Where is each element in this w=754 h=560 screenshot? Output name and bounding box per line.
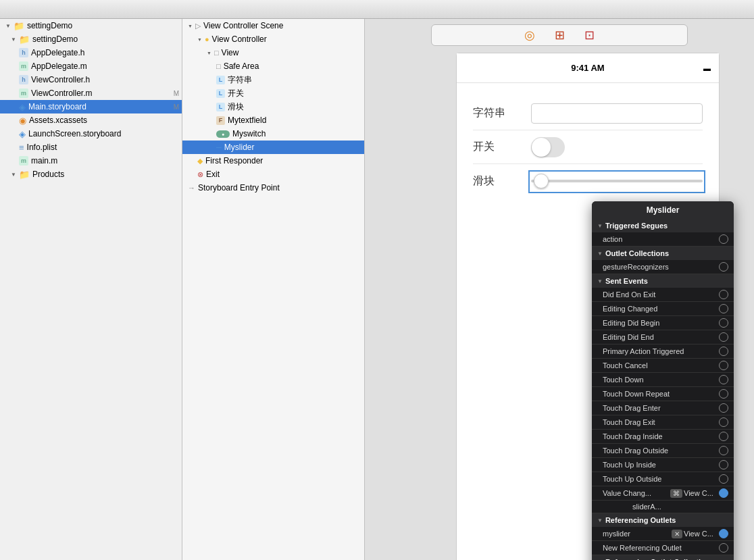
canvas-area: ◎ ⊞ ⊡ → 9:41 AM ▬ 字符串 开关 bbox=[365, 19, 754, 560]
icon-myswitch: ● bbox=[216, 130, 230, 138]
row-gesture[interactable]: gestureRecognizers bbox=[592, 260, 734, 274]
sidebar-item-main-m[interactable]: mmain.m bbox=[0, 154, 182, 168]
sidebar-item-products[interactable]: ▼📁Products bbox=[0, 168, 182, 181]
sidebar-item-info-plist[interactable]: ≡Info.plist bbox=[0, 141, 182, 154]
row-new-ref-outlet[interactable]: New Referencing Outlet bbox=[592, 541, 734, 555]
row-slider-a[interactable]: sliderA... bbox=[592, 501, 734, 513]
row-touch-up-outside[interactable]: Touch Up Outside bbox=[592, 472, 734, 486]
row-editing-changed[interactable]: Editing Changed bbox=[592, 302, 734, 316]
row-gesture-label: gestureRecognizers bbox=[603, 263, 716, 271]
lbl-touch-drag-exit: Touch Drag Exit bbox=[603, 418, 716, 426]
file-icon-launchscreen: ◈ bbox=[19, 129, 26, 139]
lbl-touch-down-repeat: Touch Down Repeat bbox=[603, 390, 716, 398]
lbl-touch-drag-inside: Touch Drag Inside bbox=[603, 432, 716, 440]
sidebar-item-root-project[interactable]: ▼📁settingDemo bbox=[0, 19, 182, 32]
scene-item-vc[interactable]: ▼●View Controller bbox=[182, 32, 364, 46]
sidebar-label-viewcontroller-h: ViewController.h bbox=[31, 75, 90, 84]
row-did-end-on-exit[interactable]: Did End On Exit bbox=[592, 288, 734, 302]
section-referencing-outlets: ▼ Referencing Outlets bbox=[592, 513, 734, 527]
file-icon-group-settingdemo: 📁 bbox=[19, 34, 30, 45]
sidebar-label-info-plist: Info.plist bbox=[27, 143, 57, 152]
scene-item-storyboard-entry[interactable]: →Storyboard Entry Point bbox=[182, 181, 364, 195]
row-editing-did-end[interactable]: Editing Did End bbox=[592, 330, 734, 345]
sidebar-item-viewcontroller-h[interactable]: hViewController.h bbox=[0, 73, 182, 86]
row-touch-drag-enter[interactable]: Touch Drag Enter bbox=[592, 401, 734, 415]
row-touch-drag-inside[interactable]: Touch Drag Inside bbox=[592, 430, 734, 444]
row-touch-drag-exit[interactable]: Touch Drag Exit bbox=[592, 415, 734, 430]
section-sent-events: ▼ Sent Events bbox=[592, 274, 734, 288]
scene-item-label-zifu[interactable]: L字符串 bbox=[182, 73, 364, 86]
icon-exit: ⊗ bbox=[197, 170, 203, 179]
sidebar-item-appdelegate-m[interactable]: mAppDelegate.m bbox=[0, 59, 182, 73]
canvas-toolbar-btn2[interactable]: ⊞ bbox=[550, 28, 569, 43]
zifu-textfield[interactable] bbox=[531, 103, 703, 124]
huakuai-slider[interactable] bbox=[531, 180, 703, 182]
circle-drag-outside bbox=[719, 446, 728, 455]
circle-drag-exit bbox=[719, 417, 728, 427]
section-label-1: Triggered Segues bbox=[605, 222, 668, 230]
sidebar-label-main-storyboard: Main.storyboard bbox=[28, 102, 86, 111]
badge-viewcontroller-m: M bbox=[174, 90, 179, 97]
scene-label-label-zifu: 字符串 bbox=[228, 74, 252, 86]
sidebar-label-appdelegate-m: AppDelegate.m bbox=[31, 61, 87, 71]
scene-item-safe-area[interactable]: □Safe Area bbox=[182, 59, 364, 73]
lbl-touch-drag-outside: Touch Drag Outside bbox=[603, 447, 716, 455]
kaiguan-toggle[interactable] bbox=[531, 137, 565, 157]
scene-item-view[interactable]: ▼□View bbox=[182, 46, 364, 59]
file-icon-appdelegate-h: h bbox=[19, 48, 28, 57]
left-sidebar: ▼📁settingDemo▼📁settingDemohAppDelegate.h… bbox=[0, 19, 182, 560]
scene-outline-panel: ▼▷View Controller Scene▼●View Controller… bbox=[182, 19, 365, 560]
sidebar-item-main-storyboard[interactable]: ◈Main.storyboardM bbox=[0, 100, 182, 113]
scene-item-label-huakuai[interactable]: L滑块 bbox=[182, 100, 364, 113]
zifu-label: 字符串 bbox=[473, 106, 520, 120]
row-value-changed[interactable]: Value Chang... ⌘ View C... bbox=[592, 486, 734, 501]
lbl-did-end-on-exit: Did End On Exit bbox=[603, 290, 716, 299]
sidebar-item-assets[interactable]: ◉Assets.xcassets bbox=[0, 113, 182, 127]
row-touch-up-inside[interactable]: Touch Up Inside bbox=[592, 458, 734, 472]
lbl-viewc-outlet: View C... bbox=[684, 530, 718, 538]
triangle-root-project: ▼ bbox=[5, 23, 11, 29]
row-touch-down-repeat[interactable]: Touch Down Repeat bbox=[592, 387, 734, 401]
row-touch-cancel[interactable]: Touch Cancel bbox=[592, 359, 734, 373]
sidebar-item-group-settingdemo[interactable]: ▼📁settingDemo bbox=[0, 32, 182, 46]
row-touch-drag-outside[interactable]: Touch Drag Outside bbox=[592, 444, 734, 458]
scene-item-myswitch[interactable]: ●Myswitch bbox=[182, 127, 364, 141]
icon-vc-scene: ▷ bbox=[195, 22, 201, 30]
row-primary-action[interactable]: Primary Action Triggered bbox=[592, 345, 734, 359]
scene-item-mytextfield[interactable]: FMytextfield bbox=[182, 113, 364, 127]
section-triangle-1: ▼ bbox=[597, 223, 603, 229]
sidebar-label-group-settingdemo: settingDemo bbox=[32, 34, 78, 44]
circle-editing-changed bbox=[719, 304, 728, 313]
lbl-editing-did-begin: Editing Did Begin bbox=[603, 319, 716, 327]
sidebar-item-launchscreen[interactable]: ◈LaunchScreen.storyboard bbox=[0, 127, 182, 141]
row-action[interactable]: action bbox=[592, 232, 734, 247]
row-touch-down[interactable]: Touch Down bbox=[592, 373, 734, 387]
sidebar-label-main-m: main.m bbox=[31, 156, 57, 166]
scene-item-first-responder[interactable]: ◆First Responder bbox=[182, 154, 364, 168]
canvas-toolbar-btn3[interactable]: ⊡ bbox=[580, 28, 599, 43]
scene-item-exit[interactable]: ⊗Exit bbox=[182, 168, 364, 181]
row-gesture-circle bbox=[719, 262, 728, 272]
scene-label-exit: Exit bbox=[206, 170, 220, 179]
sidebar-item-viewcontroller-m[interactable]: mViewController.mM bbox=[0, 86, 182, 100]
scene-item-label-kaiguan[interactable]: L开关 bbox=[182, 86, 364, 100]
file-icon-viewcontroller-m: m bbox=[19, 88, 28, 98]
zifu-row: 字符串 bbox=[473, 97, 703, 130]
row-editing-did-begin[interactable]: Editing Did Begin bbox=[592, 316, 734, 330]
canvas-toolbar-btn1[interactable]: ◎ bbox=[520, 28, 539, 43]
scene-item-myslider[interactable]: ─Myslider bbox=[182, 141, 364, 154]
circle-editing-end bbox=[719, 332, 728, 342]
file-icon-assets: ◉ bbox=[19, 116, 26, 126]
circle-did-end bbox=[719, 290, 728, 299]
file-icon-viewcontroller-h: h bbox=[19, 75, 28, 84]
lbl-touch-up-inside: Touch Up Inside bbox=[603, 461, 716, 469]
scene-label-label-kaiguan: 开关 bbox=[228, 88, 244, 99]
sidebar-item-appdelegate-h[interactable]: hAppDelegate.h bbox=[0, 46, 182, 59]
lbl-value-changed: Value Chang... bbox=[603, 489, 669, 497]
row-myslider-outlet[interactable]: myslider ✕ View C... bbox=[592, 527, 734, 541]
scene-item-vc-scene[interactable]: ▼▷View Controller Scene bbox=[182, 19, 364, 32]
lbl-myslider: myslider bbox=[603, 530, 670, 538]
sidebar-label-assets: Assets.xcassets bbox=[29, 116, 87, 125]
circle-myslider bbox=[719, 529, 728, 538]
scene-label-myslider: Myslider bbox=[224, 143, 255, 152]
